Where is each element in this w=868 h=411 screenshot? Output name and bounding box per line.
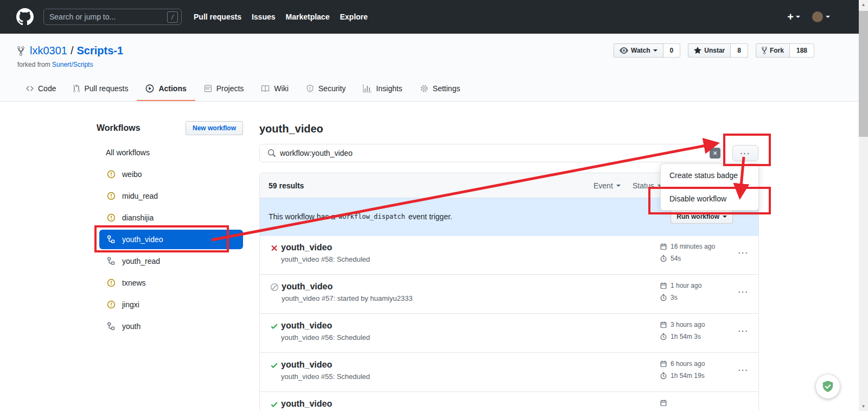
sidebar-item-label: jingxi xyxy=(122,300,139,309)
repo-owner-link[interactable]: lxk0301 xyxy=(30,45,67,57)
caret-down-icon xyxy=(616,185,621,187)
sidebar-item-youth[interactable]: youth xyxy=(97,315,243,337)
forked-prefix: forked from xyxy=(17,61,50,68)
run-row: youth_video xyxy=(260,392,758,411)
sidebar-item-dianshijia[interactable]: dianshijia xyxy=(97,207,243,229)
watch-group: Watch 0 xyxy=(614,43,680,58)
run-title-link[interactable]: youth_video xyxy=(281,399,332,409)
new-workflow-button[interactable]: New workflow xyxy=(186,121,243,135)
run-workflow-button[interactable]: Run workflow xyxy=(671,210,733,224)
watch-count[interactable]: 0 xyxy=(663,43,681,58)
user-menu[interactable] xyxy=(812,11,830,22)
unstar-button[interactable]: Unstar xyxy=(688,43,731,58)
sidebar-item-label: midu_read xyxy=(122,192,158,200)
github-logo-icon[interactable] xyxy=(16,8,34,26)
sidebar-item-jingxi[interactable]: jingxi xyxy=(97,294,243,315)
run-options-kebab[interactable]: ··· xyxy=(738,366,749,374)
menu-item-disable-workflow[interactable]: Disable workflow xyxy=(661,187,758,210)
create-new-menu[interactable]: + xyxy=(787,11,800,22)
top-navbar: Search or jump to... / Pull requests Iss… xyxy=(0,0,868,34)
caret-down-icon xyxy=(723,216,727,218)
run-title-link[interactable]: youth_video xyxy=(281,360,370,370)
tab-insights[interactable]: Insights xyxy=(354,77,411,101)
adguard-shield-button[interactable] xyxy=(816,375,840,399)
workflow-filter-input[interactable]: workflow:youth_video xyxy=(259,144,722,162)
gear-icon xyxy=(420,84,429,93)
run-title-link[interactable]: youth_video xyxy=(282,282,412,292)
avatar xyxy=(812,11,823,22)
run-row: youth_video youth_video #58: Scheduled 1… xyxy=(260,236,758,275)
sidebar-item-txnews[interactable]: txnews xyxy=(97,272,243,294)
fork-source-link[interactable]: Sunert/Scripts xyxy=(52,61,93,68)
repo-header: lxk0301 / Scripts-1 forked from Sunert/S… xyxy=(0,34,859,102)
workflows-heading: Workflows xyxy=(97,123,141,133)
page-scrollbar[interactable]: ▲ ▼ xyxy=(859,0,868,411)
x-clear-icon: ✕ xyxy=(712,150,717,157)
repo-tabs: Code Pull requests Actions Projects Wiki… xyxy=(17,77,469,101)
tab-security[interactable]: Security xyxy=(297,77,355,101)
sidebar-item-label: dianshijia xyxy=(122,213,154,222)
calendar-icon xyxy=(660,360,667,368)
nav-link-explore[interactable]: Explore xyxy=(340,12,367,21)
sidebar-item-weibo[interactable]: weibo xyxy=(97,163,243,185)
forked-from-note: forked from Sunert/Scripts xyxy=(17,61,93,68)
scrollbar-thumb[interactable] xyxy=(859,11,868,137)
run-options-kebab[interactable]: ··· xyxy=(738,327,749,335)
event-filter-dropdown[interactable]: Event xyxy=(593,173,621,198)
workflow-options-kebab-button[interactable]: ··· xyxy=(732,145,758,161)
banner-text: This workflow has a xyxy=(269,212,335,221)
run-options-kebab[interactable]: ··· xyxy=(738,288,749,296)
x-failure-icon xyxy=(271,244,278,263)
global-search-input[interactable]: Search or jump to... / xyxy=(43,9,182,25)
fork-count[interactable]: 188 xyxy=(790,43,814,58)
nav-link-pull-requests[interactable]: Pull requests xyxy=(194,12,241,21)
nav-link-issues[interactable]: Issues xyxy=(252,12,276,21)
warning-icon xyxy=(107,192,116,200)
calendar-icon xyxy=(660,399,667,407)
fork-button[interactable]: Fork xyxy=(756,43,790,58)
run-options-kebab[interactable]: ··· xyxy=(738,249,749,257)
workflows-list: All workflows weibo midu_read dianshijia… xyxy=(97,142,243,337)
status-filter-dropdown[interactable]: Status xyxy=(633,173,662,198)
scrollbar-down-icon[interactable]: ▼ xyxy=(859,402,868,411)
eye-icon xyxy=(620,46,628,55)
scrollbar-up-icon[interactable]: ▲ xyxy=(859,0,868,9)
tab-label: Projects xyxy=(216,84,244,93)
shield-check-icon xyxy=(821,380,835,394)
menu-item-create-status-badge[interactable]: Create status badge xyxy=(661,164,758,187)
repo-name-link[interactable]: Scripts-1 xyxy=(77,45,124,57)
plus-icon: + xyxy=(787,11,794,22)
run-time: 16 minutes ago xyxy=(671,243,715,250)
watch-button[interactable]: Watch xyxy=(614,43,663,58)
nav-link-marketplace[interactable]: Marketplace xyxy=(286,12,330,21)
repo-action-buttons: Watch 0 Unstar 8 Fork 188 xyxy=(614,43,814,58)
run-subtitle: youth_video #55: Scheduled xyxy=(281,372,370,381)
run-subtitle: youth_video #58: Scheduled xyxy=(281,255,370,263)
tab-code[interactable]: Code xyxy=(17,77,65,101)
sidebar-item-midu-read[interactable]: midu_read xyxy=(97,185,243,207)
banner-text: event trigger. xyxy=(409,212,452,221)
code-icon xyxy=(26,84,34,93)
clear-filter-button[interactable]: ✕ xyxy=(710,148,720,159)
tab-label: Security xyxy=(318,84,346,93)
run-title-link[interactable]: youth_video xyxy=(281,321,370,331)
sidebar-item-all-workflows[interactable]: All workflows xyxy=(97,142,243,163)
workflow-icon xyxy=(107,322,116,331)
tab-pull-requests[interactable]: Pull requests xyxy=(65,77,137,101)
run-title-link[interactable]: youth_video xyxy=(281,243,370,252)
tab-projects[interactable]: Projects xyxy=(195,77,253,101)
kebab-icon: ··· xyxy=(741,149,751,157)
tab-wiki[interactable]: Wiki xyxy=(252,77,297,101)
star-count[interactable]: 8 xyxy=(731,43,748,58)
tab-settings[interactable]: Settings xyxy=(411,77,469,101)
run-duration: 1h 54m 19s xyxy=(671,372,705,380)
watch-label: Watch xyxy=(631,47,650,54)
book-icon xyxy=(261,84,270,93)
results-count: 59 results xyxy=(269,181,304,190)
fork-group: Fork 188 xyxy=(756,43,814,58)
sidebar-item-youth-read[interactable]: youth_read xyxy=(97,250,243,272)
main-content: youth_video workflow:youth_video ✕ ··· 5… xyxy=(259,102,759,411)
tab-actions[interactable]: Actions xyxy=(137,77,195,101)
sidebar-item-youth-video[interactable]: youth_video xyxy=(99,230,243,249)
warning-icon xyxy=(107,300,116,309)
